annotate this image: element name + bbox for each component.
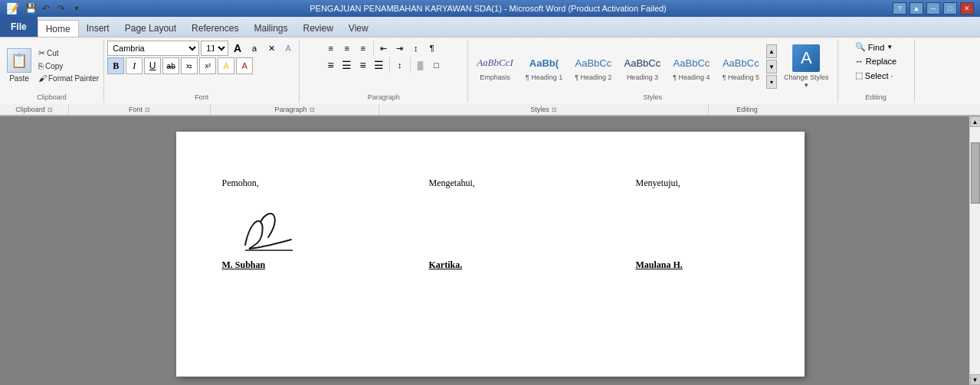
- line-spacing-button[interactable]: ↕: [392, 57, 408, 73]
- customize-qa-button[interactable]: ▼: [70, 2, 84, 15]
- superscript-button[interactable]: x²: [199, 57, 216, 74]
- scroll-thumb[interactable]: [971, 142, 980, 204]
- paste-button[interactable]: 📋 Paste: [3, 46, 35, 85]
- multilevel-button[interactable]: ≡: [356, 41, 371, 56]
- tab-mailings[interactable]: Mailings: [246, 20, 295, 37]
- tab-insert[interactable]: Insert: [79, 20, 117, 37]
- save-button[interactable]: 💾: [24, 2, 38, 15]
- text-effects-button[interactable]: A: [280, 41, 296, 56]
- show-hide-button[interactable]: ¶: [424, 41, 440, 56]
- find-button[interactable]: 🔍 Find ▼: [852, 41, 896, 54]
- styles-more[interactable]: ▾: [766, 75, 777, 89]
- justify-button[interactable]: ☰: [372, 57, 387, 73]
- minimize-button[interactable]: ─: [926, 2, 940, 15]
- maximize-button[interactable]: □: [943, 2, 957, 15]
- styles-expand-icon[interactable]: ⊡: [552, 106, 557, 113]
- scroll-down-button[interactable]: ▼: [970, 374, 981, 385]
- paragraph-group: ≡ ≡ ≡ ⇤ ⇥ ↕ ¶ ≡ ☰ ≡ ☰ ↕ ▒ □ Paragraph: [300, 39, 468, 103]
- underline-button[interactable]: U: [144, 57, 161, 74]
- help-button[interactable]: ?: [893, 2, 906, 15]
- clear-format-button[interactable]: ✕: [264, 41, 279, 56]
- editing-group: 🔍 Find ▼ ↔ Replace ⬚ Select - Editing: [838, 39, 915, 103]
- style-heading2[interactable]: AaBbCc ¶ Heading 2: [569, 50, 617, 83]
- style-emphasis[interactable]: AaBbCcI Emphasis: [471, 50, 519, 83]
- decrease-indent-button[interactable]: ⇤: [376, 41, 392, 56]
- style-heading1[interactable]: AaBb( ¶ Heading 1: [520, 50, 568, 83]
- font-row1: Cambria 11 A a ✕ A: [107, 41, 296, 56]
- font-shrink-button[interactable]: a: [247, 41, 262, 56]
- mengetahui-name: Kartika.: [429, 259, 463, 271]
- cut-button[interactable]: ✂ Cut: [37, 47, 100, 59]
- align-center-button[interactable]: ☰: [339, 57, 355, 73]
- styles-scroll-down[interactable]: ▼: [766, 60, 777, 73]
- italic-button[interactable]: I: [126, 57, 143, 74]
- scroll-track[interactable]: [970, 127, 981, 374]
- copy-button[interactable]: ⎘ Copy: [37, 60, 100, 71]
- format-painter-icon: 🖌: [38, 73, 47, 83]
- paragraph-group-label: Paragraph: [300, 93, 467, 101]
- sort-button[interactable]: ↕: [408, 41, 424, 56]
- para-row1: ≡ ≡ ≡ ⇤ ⇥ ↕ ¶: [323, 41, 440, 56]
- numbering-button[interactable]: ≡: [339, 41, 355, 56]
- subscript-button[interactable]: x₂: [181, 57, 198, 74]
- borders-button[interactable]: □: [429, 57, 444, 73]
- strikethrough-button[interactable]: ab: [162, 57, 179, 74]
- tab-home[interactable]: Home: [38, 20, 79, 37]
- ribbon-tabs: File Home Insert Page Layout References …: [0, 17, 980, 37]
- heading1-preview: AaBb(: [529, 52, 559, 73]
- ribbon-collapse-button[interactable]: ▲: [910, 2, 923, 15]
- scroll-up-button[interactable]: ▲: [970, 116, 981, 127]
- replace-button[interactable]: ↔ Replace: [852, 55, 900, 67]
- clipboard-expand-icon[interactable]: ⊡: [48, 106, 53, 113]
- select-label: Select: [865, 71, 889, 80]
- file-tab[interactable]: File: [0, 17, 38, 37]
- font-grow-button[interactable]: A: [230, 41, 245, 56]
- style-heading3[interactable]: AaBbCc Heading 3: [619, 50, 667, 83]
- shading-button[interactable]: ▒: [413, 57, 428, 73]
- pemohon-signature: [222, 195, 314, 256]
- tab-review[interactable]: Review: [295, 20, 340, 37]
- paragraph-expand-icon[interactable]: ⊡: [310, 106, 315, 113]
- clipboard-cell-label: Clipboard: [15, 106, 45, 113]
- select-button[interactable]: ⬚ Select -: [852, 69, 896, 82]
- replace-label: Replace: [866, 57, 896, 66]
- align-right-button[interactable]: ≡: [356, 57, 371, 73]
- close-button[interactable]: ✕: [960, 2, 974, 15]
- tab-page-layout[interactable]: Page Layout: [117, 20, 184, 37]
- clipboard-group: 📋 Paste ✂ Cut ⎘ Copy 🖌 Format Painter Cl…: [0, 39, 104, 103]
- word-icon: 📝: [6, 2, 19, 15]
- pemohon-name: M. Subhan: [222, 259, 266, 271]
- style-heading4[interactable]: AaBbCc ¶ Heading 4: [667, 50, 715, 83]
- cut-label: Cut: [47, 49, 59, 57]
- document-page[interactable]: Pemohon, M. Subhan Mengetahui, Kartika.: [176, 132, 805, 377]
- font-color-button[interactable]: A: [236, 57, 253, 74]
- increase-indent-button[interactable]: ⇥: [392, 41, 408, 56]
- heading5-label: ¶ Heading 5: [723, 73, 759, 81]
- format-painter-button[interactable]: 🖌 Format Painter: [37, 73, 100, 83]
- styles-scroll-up[interactable]: ▲: [766, 44, 777, 58]
- styles-label-cell: Styles ⊡: [379, 104, 709, 115]
- tab-references[interactable]: References: [184, 20, 246, 37]
- font-name-select[interactable]: Cambria: [107, 41, 199, 56]
- title-bar: 📝 💾 ↶ ↷ ▼ PENGAJUAN PENAMBAHAN KARYAWAN …: [0, 0, 980, 17]
- vertical-scrollbar: ▲ ▼: [969, 116, 980, 385]
- text-highlight-button[interactable]: A: [218, 57, 234, 74]
- menyetujui-name: Maulana H.: [636, 259, 683, 271]
- font-label-cell: Font ⊡: [69, 104, 211, 115]
- style-heading5[interactable]: AaBbCc ¶ Heading 5: [717, 50, 765, 83]
- undo-button[interactable]: ↶: [39, 2, 53, 15]
- menyetujui-title: Menyetujui,: [636, 178, 680, 189]
- change-styles-button[interactable]: A Change Styles▼: [778, 41, 834, 93]
- font-expand-icon[interactable]: ⊡: [145, 106, 150, 113]
- styles-cell-label: Styles: [530, 106, 549, 113]
- format-painter-label: Format Painter: [48, 74, 99, 83]
- font-size-select[interactable]: 11: [201, 41, 228, 56]
- bullets-button[interactable]: ≡: [323, 41, 339, 56]
- signatory-menyetujui: Menyetujui, Maulana H.: [636, 178, 759, 271]
- heading4-preview: AaBbCc: [674, 52, 710, 73]
- redo-button[interactable]: ↷: [54, 2, 68, 15]
- tab-view[interactable]: View: [341, 20, 376, 37]
- bold-button[interactable]: B: [107, 57, 124, 74]
- editing-cell-label: Editing: [736, 106, 758, 113]
- align-left-button[interactable]: ≡: [323, 57, 339, 73]
